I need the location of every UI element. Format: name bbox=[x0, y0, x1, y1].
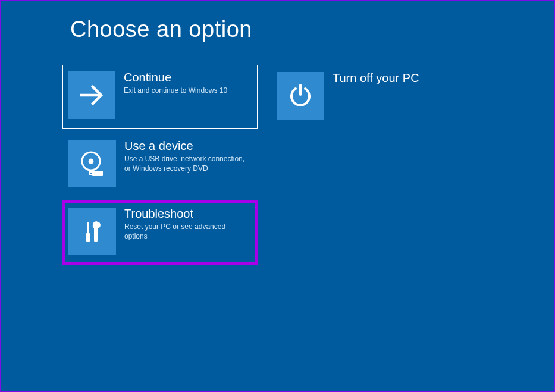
svg-rect-11 bbox=[87, 222, 89, 234]
arrow-right-icon bbox=[68, 71, 115, 119]
svg-rect-4 bbox=[92, 171, 103, 176]
tools-icon bbox=[68, 208, 116, 255]
use-device-desc: Use a USB drive, network connection, or … bbox=[124, 154, 249, 173]
use-device-tile[interactable]: Use a device Use a USB drive, network co… bbox=[62, 133, 258, 197]
troubleshoot-title: Troubleshoot bbox=[124, 206, 249, 221]
continue-text: Continue Exit and continue to Windows 10 bbox=[115, 69, 227, 95]
options-grid: Continue Exit and continue to Windows 10… bbox=[62, 65, 466, 265]
continue-title: Continue bbox=[124, 70, 227, 84]
turn-off-tile[interactable]: Turn off your PC bbox=[271, 65, 466, 129]
disc-usb-icon bbox=[68, 140, 116, 187]
continue-desc: Exit and continue to Windows 10 bbox=[124, 86, 227, 95]
page-title: Choose an option bbox=[70, 17, 252, 42]
use-device-title: Use a device bbox=[124, 139, 249, 153]
svg-point-3 bbox=[89, 159, 93, 164]
turn-off-title: Turn off your PC bbox=[333, 71, 419, 85]
troubleshoot-text: Troubleshoot Reset your PC or see advanc… bbox=[116, 205, 249, 241]
continue-tile[interactable]: Continue Exit and continue to Windows 10 bbox=[62, 65, 258, 129]
troubleshoot-desc: Reset your PC or see advanced options bbox=[124, 222, 249, 241]
use-device-text: Use a device Use a USB drive, network co… bbox=[116, 137, 249, 173]
turn-off-text: Turn off your PC bbox=[324, 70, 419, 86]
svg-rect-12 bbox=[86, 233, 90, 242]
svg-rect-10 bbox=[90, 173, 92, 174]
power-icon bbox=[277, 72, 324, 120]
troubleshoot-tile[interactable]: Troubleshoot Reset your PC or see advanc… bbox=[62, 200, 258, 265]
